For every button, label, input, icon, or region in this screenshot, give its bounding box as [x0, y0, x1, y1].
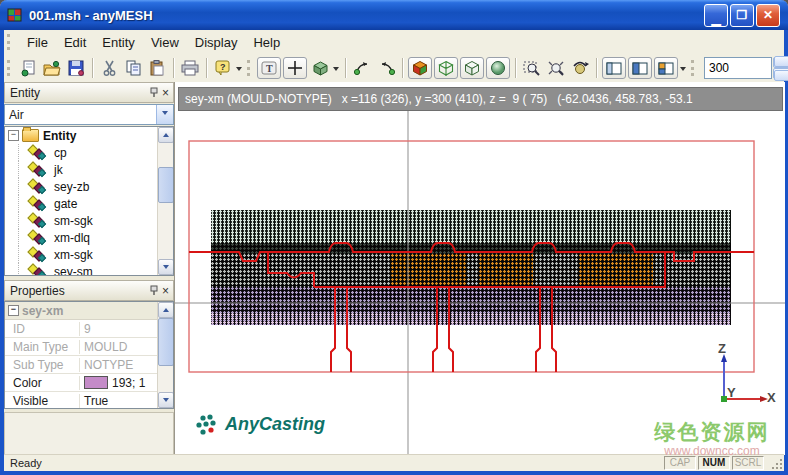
tree-item[interactable]: sey-sm	[5, 263, 158, 276]
menubar-grip[interactable]	[7, 34, 13, 50]
coordinate-info-bar: sey-xm (MOULD-NOTYPE) x =116 (326), y =3…	[178, 87, 783, 111]
minimize-button[interactable]: ▁	[704, 4, 728, 27]
tree-item[interactable]: sey-zb	[5, 178, 158, 195]
property-group-row[interactable]: − sey-xm	[5, 302, 158, 320]
shaded-sphere-button[interactable]	[486, 57, 510, 79]
property-row[interactable]: Sub Type NOTYPE	[5, 356, 158, 374]
tree-item-label: sey-sm	[54, 265, 93, 277]
pin-icon[interactable]	[149, 285, 159, 296]
save-icon	[68, 60, 84, 76]
tree-item-label: xm-sgk	[54, 248, 93, 262]
property-value: True	[80, 394, 158, 408]
help-button[interactable]: ?	[211, 57, 235, 79]
tree-item[interactable]: cp	[5, 144, 158, 161]
spin-up-button[interactable]	[773, 57, 788, 68]
collapse-icon[interactable]: −	[8, 130, 19, 141]
scroll-down-icon[interactable]	[158, 392, 174, 408]
resize-grip[interactable]	[770, 457, 783, 470]
property-row[interactable]: Main Type MOULD	[5, 338, 158, 356]
scroll-up-icon[interactable]	[158, 127, 174, 143]
axis-z-label: Z	[718, 341, 726, 356]
menu-edit[interactable]: Edit	[56, 32, 94, 53]
property-label: ID	[5, 322, 80, 336]
left-dock: Entity × Air − Entity cp	[4, 82, 174, 455]
close-button[interactable]: ✕	[756, 4, 780, 27]
copy-button[interactable]	[121, 57, 145, 79]
property-row-color[interactable]: Color 193; 1	[5, 374, 158, 392]
anycasting-logo-text: AnyCasting	[225, 414, 325, 435]
shaded-sphere-icon	[490, 60, 506, 76]
caps-indicator: CAP	[664, 456, 696, 470]
spin-down-button[interactable]	[773, 68, 788, 79]
new-button[interactable]	[16, 57, 40, 79]
entity-panel-close-icon[interactable]: ×	[162, 87, 169, 99]
color-swatch[interactable]	[84, 376, 108, 389]
menu-view[interactable]: View	[143, 32, 187, 53]
wireframe-cube-icon	[438, 60, 454, 76]
viewport-3d[interactable]: Z X Y sey-xm (MOULD-NOTYPE) x =116 (326)…	[174, 82, 785, 455]
tree-item[interactable]: sm-sgk	[5, 212, 158, 229]
svg-text:T: T	[266, 63, 273, 74]
combo-dropdown-button[interactable]	[156, 105, 173, 124]
crosshair-button[interactable]	[283, 57, 307, 79]
split-pane-button[interactable]	[628, 57, 652, 79]
rotate-ccw-button[interactable]	[350, 57, 374, 79]
menu-file[interactable]: File	[19, 32, 56, 53]
orbit-button[interactable]	[568, 57, 592, 79]
open-button[interactable]	[40, 57, 64, 79]
toolbar-grip[interactable]	[691, 60, 694, 76]
zoom-extents-button[interactable]	[544, 57, 568, 79]
menu-display[interactable]: Display	[187, 32, 246, 53]
text-select-button[interactable]: T	[257, 57, 281, 79]
solid-cube-icon	[412, 60, 428, 76]
properties-panel-close-icon[interactable]: ×	[162, 285, 169, 297]
tree-scrollbar[interactable]	[157, 127, 173, 275]
status-ready-text: Ready	[4, 457, 664, 469]
menu-entity[interactable]: Entity	[94, 32, 143, 53]
scroll-up-icon[interactable]	[158, 302, 174, 318]
scroll-down-icon[interactable]	[158, 259, 174, 275]
maximize-button[interactable]: ❒	[730, 4, 754, 27]
toolbar-grip[interactable]	[7, 60, 10, 76]
copy-icon	[125, 60, 142, 76]
split-pane-alt-button[interactable]	[654, 57, 678, 79]
orbit-icon	[571, 60, 589, 76]
tree-item-label: xm-dlq	[54, 231, 90, 245]
crosshair-icon	[287, 60, 303, 76]
property-label: Color	[5, 376, 80, 390]
print-button[interactable]	[178, 57, 202, 79]
cut-button[interactable]	[97, 57, 121, 79]
tree-item[interactable]: xm-sgk	[5, 246, 158, 263]
toolbar-grip[interactable]	[247, 60, 250, 76]
property-row-visible[interactable]: Visible True	[5, 392, 158, 409]
pane-dropdown-caret[interactable]	[680, 67, 686, 74]
hiddenline-cube-button[interactable]	[460, 57, 484, 79]
iso-view-dropdown-caret[interactable]	[333, 67, 339, 74]
toolbar-separator	[402, 58, 403, 78]
zoom-value-input[interactable]	[704, 57, 772, 79]
tree-item[interactable]: xm-dlq	[5, 229, 158, 246]
scroll-thumb[interactable]	[158, 167, 174, 203]
iso-view-button[interactable]	[308, 57, 332, 79]
properties-scrollbar[interactable]	[157, 302, 173, 408]
geometry-overlay	[175, 82, 785, 455]
tree-item[interactable]: gate	[5, 195, 158, 212]
property-value: 9	[80, 322, 158, 336]
zoom-window-button[interactable]	[520, 57, 544, 79]
save-button[interactable]	[64, 57, 88, 79]
menu-help[interactable]: Help	[245, 32, 288, 53]
coordinate-info-text: sey-xm (MOULD-NOTYPE) x =116 (326), y =3…	[185, 92, 693, 106]
single-pane-button[interactable]	[602, 57, 626, 79]
property-row[interactable]: ID 9	[5, 320, 158, 338]
tree-root[interactable]: − Entity	[5, 127, 158, 144]
entity-filter-combobox[interactable]: Air	[4, 104, 174, 125]
tree-item[interactable]: jk	[5, 161, 158, 178]
paste-button[interactable]	[145, 57, 169, 79]
rotate-cw-button[interactable]	[374, 57, 398, 79]
scroll-thumb[interactable]	[158, 318, 174, 366]
pin-icon[interactable]	[149, 87, 159, 98]
collapse-icon[interactable]: −	[8, 305, 19, 316]
wireframe-cube-button[interactable]	[434, 57, 458, 79]
solid-cube-button[interactable]	[408, 57, 432, 79]
help-dropdown-caret[interactable]	[236, 67, 242, 74]
